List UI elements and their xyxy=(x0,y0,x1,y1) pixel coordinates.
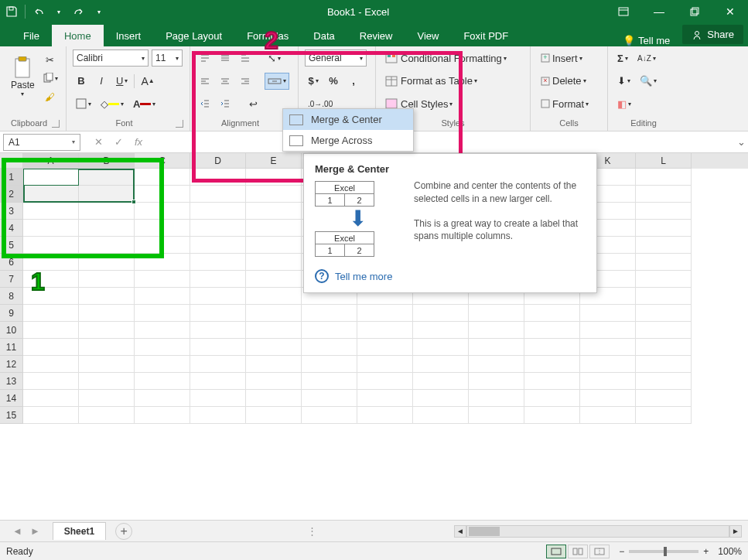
cell-A8[interactable] xyxy=(23,288,79,305)
cell-B4[interactable] xyxy=(79,220,135,237)
cell-D14[interactable] xyxy=(190,390,246,407)
cell-B5[interactable] xyxy=(79,237,135,254)
redo-icon[interactable] xyxy=(72,5,86,19)
row-header-8[interactable]: 8 xyxy=(0,288,23,305)
cell-E12[interactable] xyxy=(246,356,302,373)
cell-B14[interactable] xyxy=(79,390,135,407)
cell-D13[interactable] xyxy=(190,373,246,390)
cell-F13[interactable] xyxy=(302,373,357,390)
align-bottom-button[interactable] xyxy=(237,50,254,67)
select-all-corner[interactable] xyxy=(0,153,23,169)
cell-J10[interactable] xyxy=(524,322,580,339)
row-header-12[interactable]: 12 xyxy=(0,356,23,373)
cell-C3[interactable] xyxy=(135,203,190,220)
cell-L14[interactable] xyxy=(636,390,692,407)
cell-L4[interactable] xyxy=(636,220,692,237)
fill-color-button[interactable]: ◇▾ xyxy=(97,95,127,112)
cell-K9[interactable] xyxy=(580,305,636,322)
cell-I12[interactable] xyxy=(469,356,524,373)
share-button[interactable]: Share xyxy=(682,25,743,44)
cell-C5[interactable] xyxy=(135,237,190,254)
cell-B1[interactable] xyxy=(79,169,135,186)
cell-J13[interactable] xyxy=(524,373,580,390)
cell-E13[interactable] xyxy=(246,373,302,390)
cell-E14[interactable] xyxy=(246,390,302,407)
cell-A4[interactable] xyxy=(23,220,79,237)
cell-D11[interactable] xyxy=(190,339,246,356)
cell-I13[interactable] xyxy=(469,373,524,390)
tab-foxit-pdf[interactable]: Foxit PDF xyxy=(451,25,521,46)
cell-C9[interactable] xyxy=(135,305,190,322)
cell-K13[interactable] xyxy=(580,373,636,390)
cell-L13[interactable] xyxy=(636,373,692,390)
cell-B15[interactable] xyxy=(79,407,135,424)
merge-across-item[interactable]: Merge Across xyxy=(283,130,413,151)
cell-B7[interactable] xyxy=(79,271,135,288)
row-header-14[interactable]: 14 xyxy=(0,390,23,407)
cell-E15[interactable] xyxy=(246,407,302,424)
ribbon-display-options-icon[interactable] xyxy=(606,0,641,23)
row-header-5[interactable]: 5 xyxy=(0,237,23,254)
tab-data[interactable]: Data xyxy=(301,25,347,46)
cell-B2[interactable] xyxy=(79,186,135,203)
cell-G10[interactable] xyxy=(357,322,413,339)
format-as-table-button[interactable]: Format as Table▾ xyxy=(382,73,480,90)
cell-E2[interactable] xyxy=(246,186,302,203)
cell-L15[interactable] xyxy=(636,407,692,424)
cell-D10[interactable] xyxy=(190,322,246,339)
cell-D3[interactable] xyxy=(190,203,246,220)
clear-button[interactable]: ◧▾ xyxy=(614,95,634,112)
cell-L11[interactable] xyxy=(636,339,692,356)
font-size-select[interactable]: 11▾ xyxy=(152,50,183,67)
enter-formula-icon[interactable]: ✓ xyxy=(111,136,125,148)
tab-page-layout[interactable]: Page Layout xyxy=(153,25,234,46)
cell-E9[interactable] xyxy=(246,305,302,322)
formula-input[interactable] xyxy=(153,134,734,151)
sort-filter-button[interactable]: A↓Z▾ xyxy=(634,50,659,67)
fx-icon[interactable]: fx xyxy=(131,136,145,148)
cell-I9[interactable] xyxy=(469,305,524,322)
cell-J14[interactable] xyxy=(524,390,580,407)
cell-G11[interactable] xyxy=(357,339,413,356)
cell-F14[interactable] xyxy=(302,390,357,407)
minimize-button[interactable]: — xyxy=(641,0,677,23)
cell-F11[interactable] xyxy=(302,339,357,356)
scroll-left-icon[interactable]: ◄ xyxy=(454,525,466,538)
increase-indent-button[interactable] xyxy=(217,95,234,112)
cell-C12[interactable] xyxy=(135,356,190,373)
split-handle-icon[interactable]: ⋮ xyxy=(307,525,317,537)
cell-D9[interactable] xyxy=(190,305,246,322)
tab-formulas[interactable]: Formulas xyxy=(234,25,301,46)
align-center-button[interactable] xyxy=(217,73,234,90)
tab-home[interactable]: Home xyxy=(52,25,104,46)
increase-font-button[interactable]: A▲ xyxy=(138,73,157,90)
cell-L6[interactable] xyxy=(636,254,692,271)
save-icon[interactable] xyxy=(5,5,19,19)
wrap-text-button[interactable]: ↩ xyxy=(244,95,261,112)
col-header-L[interactable]: L xyxy=(636,153,692,169)
undo-dropdown-icon[interactable]: ▾ xyxy=(52,5,66,19)
cell-H10[interactable] xyxy=(413,322,469,339)
italic-button[interactable]: I xyxy=(93,73,110,90)
page-break-view-button[interactable] xyxy=(589,545,610,558)
col-header-C[interactable]: C xyxy=(135,153,190,169)
cell-D6[interactable] xyxy=(190,254,246,271)
cell-D2[interactable] xyxy=(190,186,246,203)
cut-button[interactable]: ✂ xyxy=(39,51,61,68)
cell-H14[interactable] xyxy=(413,390,469,407)
align-left-button[interactable] xyxy=(196,73,213,90)
font-name-select[interactable]: Calibri▾ xyxy=(73,50,149,67)
percent-button[interactable]: % xyxy=(325,73,342,90)
cell-E11[interactable] xyxy=(246,339,302,356)
cell-L8[interactable] xyxy=(636,288,692,305)
align-top-button[interactable] xyxy=(196,50,213,67)
tab-view[interactable]: View xyxy=(405,25,451,46)
col-header-D[interactable]: D xyxy=(190,153,246,169)
cell-D1[interactable] xyxy=(190,169,246,186)
cell-C11[interactable] xyxy=(135,339,190,356)
tab-review[interactable]: Review xyxy=(347,25,405,46)
cell-C2[interactable] xyxy=(135,186,190,203)
cell-D8[interactable] xyxy=(190,288,246,305)
cell-D7[interactable] xyxy=(190,271,246,288)
cell-I10[interactable] xyxy=(469,322,524,339)
